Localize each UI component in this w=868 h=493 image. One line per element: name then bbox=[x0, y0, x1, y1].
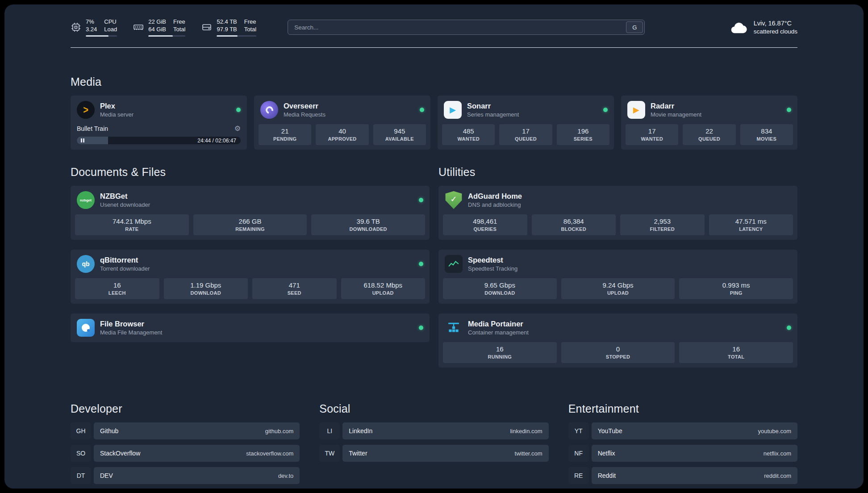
pause-icon[interactable] bbox=[81, 138, 84, 142]
bookmark-domain: linkedin.com bbox=[510, 428, 542, 435]
stat-tile: 21 PENDING bbox=[259, 124, 311, 145]
service-card-portainer[interactable]: Media Portainer Container management 16 … bbox=[438, 313, 797, 368]
stat-label: WANTED bbox=[627, 136, 676, 142]
stat-tile: 834 MOVIES bbox=[740, 124, 793, 145]
service-subtitle: Usenet downloader bbox=[100, 201, 150, 208]
service-card-sonarr[interactable]: ▶ Sonarr Series management 485 WANTED 17… bbox=[438, 96, 614, 150]
stat-label: SERIES bbox=[559, 136, 608, 142]
bookmark-twitter[interactable]: TW Twitter twitter.com bbox=[319, 445, 548, 462]
status-dot bbox=[603, 108, 608, 112]
stat-label: QUEUED bbox=[684, 136, 734, 142]
stat-label: REMAINING bbox=[195, 226, 305, 232]
stat-value: 17 bbox=[501, 127, 550, 135]
sonarr-icon: ▶ bbox=[444, 101, 462, 119]
bookmark-group-title: Social bbox=[319, 402, 548, 415]
memory-total: 64 GiB bbox=[148, 25, 166, 33]
disk-free: 52.4 TB bbox=[217, 18, 237, 25]
service-name: Media Portainer bbox=[468, 320, 529, 328]
stat-value: 1.19 Gbps bbox=[166, 281, 246, 289]
overseerr-icon bbox=[260, 101, 278, 119]
stat-value: 945 bbox=[375, 127, 424, 135]
status-dot bbox=[787, 108, 791, 112]
bookmark-abbr: NF bbox=[568, 445, 589, 462]
bookmarks: Developer GH Github github.com SO StackO… bbox=[71, 402, 797, 489]
nzbget-icon: nzbget bbox=[77, 191, 95, 209]
stat-label: TOTAL bbox=[681, 354, 791, 359]
stat-value: 498,461 bbox=[445, 217, 526, 225]
bookmark-name: Reddit bbox=[598, 472, 616, 479]
bookmark-linkedin[interactable]: LI LinkedIn linkedin.com bbox=[319, 422, 548, 439]
plex-now-playing: Bullet Train ⚙ 24:44 / 02:06:47 bbox=[71, 124, 247, 150]
stat-tile: 266 GB REMAINING bbox=[193, 214, 307, 235]
bookmark-github[interactable]: GH Github github.com bbox=[71, 422, 300, 439]
service-name: Sonarr bbox=[467, 102, 519, 110]
stat-tile: 47.571 ms LATENCY bbox=[709, 214, 793, 235]
bookmark-name: Github bbox=[100, 427, 118, 435]
search-engine-button[interactable]: G bbox=[626, 21, 643, 33]
stat-value: 47.571 ms bbox=[711, 217, 792, 225]
bookmark-domain: twitter.com bbox=[515, 450, 542, 457]
stat-tile: 9.65 Gbps DOWNLOAD bbox=[443, 278, 557, 299]
service-card-adguard[interactable]: ✓ AdGuard Home DNS and adblocking 498,46… bbox=[438, 186, 797, 240]
stat-tile: 40 APPROVED bbox=[316, 124, 368, 145]
service-name: Speedtest bbox=[468, 256, 517, 264]
bookmark-group-title: Entertainment bbox=[568, 402, 797, 415]
bookmark-youtube[interactable]: YT YouTube youtube.com bbox=[568, 422, 797, 439]
bookmark-stackoverflow[interactable]: SO StackOverflow stackoverflow.com bbox=[71, 445, 300, 462]
stat-value: 86,384 bbox=[534, 217, 614, 225]
search-input[interactable] bbox=[288, 20, 644, 34]
bookmark-netflix[interactable]: NF Netflix netflix.com bbox=[568, 445, 797, 462]
stat-label: STOPPED bbox=[563, 354, 673, 359]
playback-time: 24:44 / 02:06:47 bbox=[197, 138, 236, 144]
service-card-qbittorrent[interactable]: qb qBittorrent Torrent downloader 16 LEE… bbox=[71, 250, 430, 304]
service-card-speedtest[interactable]: Speedtest Speedtest Tracking 9.65 Gbps D… bbox=[438, 250, 797, 304]
service-card-nzbget[interactable]: nzbget NZBGet Usenet downloader 744.21 M… bbox=[71, 186, 430, 240]
stat-label: LEECH bbox=[77, 290, 158, 296]
bookmark-domain: youtube.com bbox=[758, 428, 791, 435]
service-subtitle: Media File Management bbox=[100, 329, 162, 336]
section-title-documents: Documents & Files bbox=[71, 166, 430, 179]
service-subtitle: DNS and adblocking bbox=[468, 201, 522, 208]
bookmark-domain: stackoverflow.com bbox=[246, 450, 293, 457]
service-card-overseerr[interactable]: Overseerr Media Requests 21 PENDING 40 A… bbox=[254, 96, 430, 150]
plex-icon: > bbox=[77, 101, 95, 119]
cloud-icon bbox=[730, 21, 748, 34]
bookmark-dev[interactable]: DT DEV dev.to bbox=[71, 467, 300, 484]
service-subtitle: Media Requests bbox=[284, 111, 326, 118]
stat-tile: 498,461 QUERIES bbox=[443, 214, 527, 235]
disk-label-top: Free bbox=[244, 18, 256, 25]
stat-tile: 16 TOTAL bbox=[679, 342, 793, 363]
stat-value: 21 bbox=[260, 127, 309, 135]
status-dot bbox=[420, 108, 424, 112]
stat-label: SEED bbox=[254, 290, 335, 296]
stat-value: 618.52 Mbps bbox=[343, 281, 424, 289]
stat-tile: 744.21 Mbps RATE bbox=[75, 214, 189, 235]
bookmark-abbr: RE bbox=[568, 467, 589, 484]
bookmark-reddit[interactable]: RE Reddit reddit.com bbox=[568, 467, 797, 484]
service-subtitle: Media server bbox=[100, 111, 134, 118]
stat-value: 16 bbox=[77, 281, 158, 289]
adguard-icon: ✓ bbox=[445, 191, 463, 209]
weather-location: Lviv, 16.87°C bbox=[754, 20, 797, 27]
service-name: NZBGet bbox=[100, 192, 150, 201]
cpu-label-bottom: Load bbox=[104, 25, 117, 33]
stat-value: 16 bbox=[681, 345, 791, 353]
disk-meter: 52.4 TB 97.9 TB Free Total bbox=[201, 18, 256, 37]
section-title-media: Media bbox=[71, 75, 797, 88]
stat-tile: 22 QUEUED bbox=[683, 124, 735, 145]
playback-progress-bar[interactable]: 24:44 / 02:06:47 bbox=[77, 137, 241, 144]
stat-label: APPROVED bbox=[317, 136, 367, 142]
stat-label: DOWNLOAD bbox=[445, 290, 555, 296]
stat-label: QUERIES bbox=[445, 226, 526, 232]
stat-value: 744.21 Mbps bbox=[77, 217, 187, 225]
service-card-filebrowser[interactable]: File Browser Media File Management bbox=[71, 313, 430, 342]
stat-tile: 0 STOPPED bbox=[561, 342, 675, 363]
bookmark-abbr: YT bbox=[568, 422, 589, 439]
settings-gear-icon[interactable]: ⚙ bbox=[234, 124, 241, 133]
service-card-plex[interactable]: > Plex Media server Bullet Train ⚙ bbox=[71, 96, 247, 150]
stat-label: UPLOAD bbox=[563, 290, 673, 296]
service-card-radarr[interactable]: ▶ Radarr Movie management 17 WANTED 22 Q… bbox=[621, 96, 797, 150]
bookmark-name: DEV bbox=[100, 472, 113, 479]
stat-label: UPLOAD bbox=[343, 290, 424, 296]
topbar: 7% 3.24 CPU Load bbox=[71, 4, 797, 37]
